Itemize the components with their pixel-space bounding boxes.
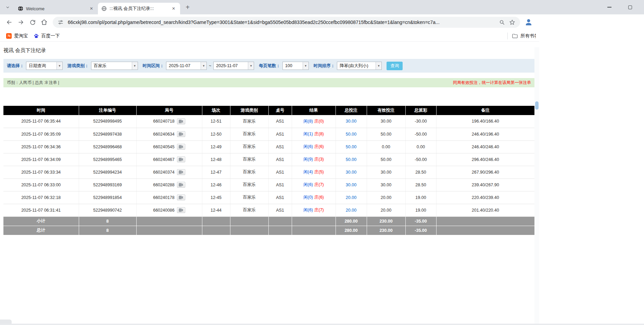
tab-welcome[interactable]: Welcome ✕ xyxy=(14,3,98,14)
tab-bet-records[interactable]: :::视讯 会员下注纪录::: ✕ xyxy=(98,3,180,14)
maximize-button[interactable] xyxy=(626,3,634,12)
tab-title: :::视讯 会员下注纪录::: xyxy=(110,5,171,12)
cell-note: 220.40/239.40 xyxy=(436,191,534,204)
date-to-select[interactable]: 2025-11-07 ▼ xyxy=(213,62,254,70)
reload-button[interactable] xyxy=(27,16,38,28)
back-button[interactable] xyxy=(3,16,15,28)
all-bookmarks-folder[interactable]: 所有书签 xyxy=(512,33,536,39)
header-note: 备注 xyxy=(436,106,534,115)
scrollbar-thumb[interactable] xyxy=(535,101,539,110)
filter-bar: 请选择： 日期查询 ▼ 游戏类别： 百家乐 ▼ 时间区间： 2025-11-07… xyxy=(3,59,534,73)
subtotal-label: 小计 xyxy=(3,216,79,226)
result-banker: 庄(5) xyxy=(314,170,324,174)
tab-close-icon[interactable]: ✕ xyxy=(171,5,177,12)
home-button[interactable] xyxy=(38,16,50,28)
tab-search-button[interactable] xyxy=(3,2,12,12)
cell-payout: -50.00 xyxy=(405,153,436,166)
cell-session: 12-50 xyxy=(202,128,230,140)
total-bet-link[interactable]: 50.00 xyxy=(346,145,356,149)
result-banker: 庄(7) xyxy=(314,182,324,187)
header-valid-bet: 有效投注 xyxy=(367,106,405,115)
video-replay-button[interactable] xyxy=(177,169,185,175)
window-controls xyxy=(605,0,634,14)
cell-note: 296.40/246.40 xyxy=(436,153,534,166)
chevron-down-icon xyxy=(5,5,10,10)
header-session: 场次 xyxy=(202,106,230,115)
bookmark-taobao[interactable]: 淘 爱淘宝 xyxy=(3,32,31,40)
cell-round: 660240545 xyxy=(136,140,202,153)
video-replay-button[interactable] xyxy=(177,144,185,150)
total-label: 总计 xyxy=(3,226,79,235)
page-size-select[interactable]: 100 ▼ xyxy=(282,62,309,70)
bookmark-star-icon[interactable] xyxy=(508,18,516,26)
currency-summary: 币别：人民币 | 总共 :8 注单 | xyxy=(7,80,59,86)
cell-bet-id: 522948995465 xyxy=(79,153,136,166)
game-type-select[interactable]: 百家乐 ▼ xyxy=(91,62,138,70)
result-player: 闲(6) xyxy=(303,144,313,149)
date-from-select[interactable]: 2025-11-07 ▼ xyxy=(166,62,207,70)
forward-button[interactable] xyxy=(15,16,27,28)
date-from-value: 2025-11-07 xyxy=(166,63,201,68)
cell-table: AS1 xyxy=(268,115,292,128)
total-bet-link[interactable]: 30.00 xyxy=(346,119,356,124)
cell-round: 660240718 xyxy=(136,115,202,128)
video-replay-button[interactable] xyxy=(177,195,185,200)
site-settings-icon[interactable] xyxy=(57,18,64,26)
video-replay-button[interactable] xyxy=(177,157,185,162)
cell-total-bet: 30.00 xyxy=(336,178,367,191)
navigation-bar: 66cxkj98.com/ipl/portal.php/game/betreco… xyxy=(0,14,539,30)
total-bet-link[interactable]: 20.00 xyxy=(346,208,356,213)
header-payout: 总派彩 xyxy=(405,106,436,115)
round-id: 660240634 xyxy=(153,132,175,137)
cell-time: 2025-11-07 06:34:36 xyxy=(3,140,79,153)
cell-game-type: 百家乐 xyxy=(230,115,268,128)
total-bet-link[interactable]: 50.00 xyxy=(346,132,356,137)
zoom-icon[interactable] xyxy=(498,18,506,26)
total-bet-link[interactable]: 20.00 xyxy=(346,195,356,200)
total-bet-link[interactable]: 30.00 xyxy=(346,183,356,187)
result-banker: 庄(8) xyxy=(314,132,324,136)
profile-avatar[interactable] xyxy=(523,17,534,27)
video-replay-button[interactable] xyxy=(177,207,185,213)
video-replay-button[interactable] xyxy=(177,131,185,137)
header-table: 桌号 xyxy=(268,106,292,115)
cell-time: 2025-11-07 06:33:00 xyxy=(3,178,79,191)
cell-round: 660240288 xyxy=(136,178,202,191)
bookmark-baidu[interactable]: 百度一下 xyxy=(31,32,63,40)
cell-bet-id: 522948990742 xyxy=(79,204,136,216)
tab-close-icon[interactable]: ✕ xyxy=(88,5,94,12)
sort-label: 时间排序： xyxy=(314,63,335,69)
subtotal-payout: -35.00 xyxy=(405,216,436,226)
round-id: 660240467 xyxy=(153,157,175,162)
page-viewport: 视讯 会员下注纪录 请选择： 日期查询 ▼ 游戏类别： 百家乐 ▼ 时间区间： … xyxy=(0,47,539,325)
new-tab-button[interactable]: + xyxy=(183,2,192,12)
total-payout: -35.00 xyxy=(405,226,436,235)
round-id: 660240718 xyxy=(153,119,175,124)
dropdown-arrow-icon: ▼ xyxy=(56,62,62,70)
video-replay-button[interactable] xyxy=(177,182,185,188)
cell-note: 267.90/296.40 xyxy=(436,166,534,178)
search-button[interactable]: 查询 xyxy=(387,62,403,70)
table-footer: 小计 8 280.00 230.00 -35.00 总计 8 280.00 23… xyxy=(3,216,534,235)
cell-result: 闲(9)庄(3) xyxy=(292,153,336,166)
page-scrollbar[interactable] xyxy=(534,47,539,325)
total-bet-link[interactable]: 30.00 xyxy=(346,170,356,175)
address-bar[interactable]: 66cxkj98.com/ipl/portal.php/game/betreco… xyxy=(53,17,520,28)
minimize-button[interactable] xyxy=(605,3,614,12)
query-type-value: 日期查询 xyxy=(26,63,56,69)
sort-select[interactable]: 降幂(由大到小) ▼ xyxy=(337,62,382,70)
subtotal-row: 小计 8 280.00 230.00 -35.00 xyxy=(3,216,534,226)
cell-payout: -50.00 xyxy=(405,128,436,140)
url-text[interactable]: 66cxkj98.com/ipl/portal.php/game/betreco… xyxy=(68,20,495,25)
cell-session: 12-47 xyxy=(202,166,230,178)
header-round-id: 局号 xyxy=(136,106,202,115)
video-replay-button[interactable] xyxy=(177,118,185,124)
round-id: 660240086 xyxy=(153,208,175,213)
video-camera-icon xyxy=(179,208,184,212)
dropdown-arrow-icon: ▼ xyxy=(132,62,138,70)
cell-total-bet: 50.00 xyxy=(336,153,367,166)
total-bet-link[interactable]: 50.00 xyxy=(346,157,356,162)
query-type-select[interactable]: 日期查询 ▼ xyxy=(26,62,63,70)
taobao-icon: 淘 xyxy=(6,33,12,39)
bet-record-row: 2025-11-07 06:31:41522948990742660240086… xyxy=(3,204,534,216)
